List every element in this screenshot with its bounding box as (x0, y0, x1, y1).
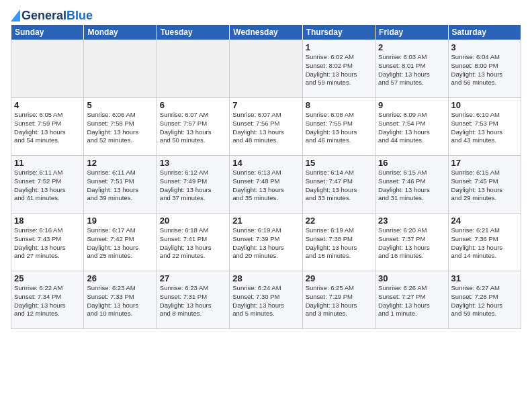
day-info: Sunrise: 6:07 AM Sunset: 7:57 PM Dayligh… (160, 111, 226, 145)
calendar-cell: 14Sunrise: 6:13 AM Sunset: 7:48 PM Dayli… (230, 156, 302, 214)
day-number: 24 (451, 216, 518, 226)
calendar-cell: 30Sunrise: 6:26 AM Sunset: 7:27 PM Dayli… (375, 271, 448, 329)
day-number: 19 (87, 216, 153, 226)
day-number: 21 (232, 216, 299, 226)
day-number: 10 (451, 100, 518, 110)
logo-text: GeneralBlue (21, 9, 93, 21)
weekday-sunday: Sunday (11, 25, 84, 40)
calendar-cell: 12Sunrise: 6:11 AM Sunset: 7:51 PM Dayli… (84, 156, 157, 214)
day-info: Sunrise: 6:10 AM Sunset: 7:53 PM Dayligh… (451, 111, 518, 145)
day-info: Sunrise: 6:12 AM Sunset: 7:49 PM Dayligh… (160, 169, 226, 203)
day-info: Sunrise: 6:04 AM Sunset: 8:00 PM Dayligh… (451, 53, 518, 87)
calendar-cell: 28Sunrise: 6:24 AM Sunset: 7:30 PM Dayli… (230, 271, 302, 329)
calendar-cell: 21Sunrise: 6:19 AM Sunset: 7:39 PM Dayli… (230, 214, 302, 271)
calendar-cell: 18Sunrise: 6:16 AM Sunset: 7:43 PM Dayli… (11, 214, 84, 271)
calendar-cell: 20Sunrise: 6:18 AM Sunset: 7:41 PM Dayli… (157, 214, 229, 271)
day-number: 3 (451, 42, 518, 52)
day-info: Sunrise: 6:24 AM Sunset: 7:30 PM Dayligh… (232, 284, 299, 318)
calendar-cell: 25Sunrise: 6:22 AM Sunset: 7:34 PM Dayli… (11, 271, 84, 329)
day-number: 17 (451, 158, 518, 168)
day-number: 11 (14, 158, 81, 168)
day-number: 4 (14, 100, 81, 110)
day-number: 12 (87, 158, 153, 168)
calendar-cell: 22Sunrise: 6:19 AM Sunset: 7:38 PM Dayli… (302, 214, 375, 271)
day-number: 5 (87, 100, 153, 110)
day-number: 31 (451, 273, 518, 283)
calendar-cell: 29Sunrise: 6:25 AM Sunset: 7:29 PM Dayli… (302, 271, 375, 329)
week-row-5: 25Sunrise: 6:22 AM Sunset: 7:34 PM Dayli… (11, 271, 521, 329)
day-info: Sunrise: 6:14 AM Sunset: 7:47 PM Dayligh… (306, 169, 372, 203)
day-info: Sunrise: 6:11 AM Sunset: 7:52 PM Dayligh… (14, 169, 81, 203)
day-number: 1 (306, 42, 372, 52)
calendar-cell: 10Sunrise: 6:10 AM Sunset: 7:53 PM Dayli… (448, 98, 521, 156)
weekday-tuesday: Tuesday (157, 25, 229, 40)
logo: GeneralBlue (11, 9, 93, 21)
calendar-cell: 16Sunrise: 6:15 AM Sunset: 7:46 PM Dayli… (375, 156, 448, 214)
week-row-3: 11Sunrise: 6:11 AM Sunset: 7:52 PM Dayli… (11, 156, 521, 214)
day-info: Sunrise: 6:19 AM Sunset: 7:39 PM Dayligh… (232, 226, 299, 261)
calendar-cell: 3Sunrise: 6:04 AM Sunset: 8:00 PM Daylig… (448, 40, 521, 98)
day-info: Sunrise: 6:07 AM Sunset: 7:56 PM Dayligh… (232, 111, 299, 145)
weekday-thursday: Thursday (302, 25, 375, 40)
day-info: Sunrise: 6:11 AM Sunset: 7:51 PM Dayligh… (87, 169, 153, 203)
calendar-cell: 17Sunrise: 6:15 AM Sunset: 7:45 PM Dayli… (448, 156, 521, 214)
day-info: Sunrise: 6:02 AM Sunset: 8:02 PM Dayligh… (306, 53, 372, 87)
day-info: Sunrise: 6:23 AM Sunset: 7:33 PM Dayligh… (87, 284, 153, 318)
day-info: Sunrise: 6:15 AM Sunset: 7:45 PM Dayligh… (451, 169, 518, 203)
day-number: 16 (378, 158, 445, 168)
calendar-cell: 13Sunrise: 6:12 AM Sunset: 7:49 PM Dayli… (157, 156, 229, 214)
day-info: Sunrise: 6:16 AM Sunset: 7:43 PM Dayligh… (14, 226, 81, 261)
day-number: 13 (160, 158, 226, 168)
day-number: 26 (87, 273, 153, 283)
calendar-cell (230, 40, 302, 98)
calendar-cell: 26Sunrise: 6:23 AM Sunset: 7:33 PM Dayli… (84, 271, 157, 329)
calendar-cell: 4Sunrise: 6:05 AM Sunset: 7:59 PM Daylig… (11, 98, 84, 156)
calendar-cell: 1Sunrise: 6:02 AM Sunset: 8:02 PM Daylig… (302, 40, 375, 98)
day-number: 2 (378, 42, 445, 52)
calendar-cell (11, 40, 84, 98)
logo-general: General (21, 9, 66, 22)
day-number: 27 (160, 273, 226, 283)
day-number: 15 (306, 158, 372, 168)
week-row-4: 18Sunrise: 6:16 AM Sunset: 7:43 PM Dayli… (11, 214, 521, 271)
calendar-cell: 7Sunrise: 6:07 AM Sunset: 7:56 PM Daylig… (230, 98, 302, 156)
week-row-2: 4Sunrise: 6:05 AM Sunset: 7:59 PM Daylig… (11, 98, 521, 156)
day-info: Sunrise: 6:15 AM Sunset: 7:46 PM Dayligh… (378, 169, 445, 203)
weekday-saturday: Saturday (448, 25, 521, 40)
day-number: 7 (232, 100, 299, 110)
logo-icon (11, 9, 20, 21)
day-number: 18 (14, 216, 81, 226)
day-info: Sunrise: 6:22 AM Sunset: 7:34 PM Dayligh… (14, 284, 81, 318)
calendar: SundayMondayTuesdayWednesdayThursdayFrid… (11, 24, 521, 329)
day-info: Sunrise: 6:03 AM Sunset: 8:01 PM Dayligh… (378, 53, 445, 87)
weekday-friday: Friday (375, 25, 448, 40)
day-number: 25 (14, 273, 81, 283)
logo-blue: Blue (66, 9, 93, 22)
calendar-cell: 15Sunrise: 6:14 AM Sunset: 7:47 PM Dayli… (302, 156, 375, 214)
day-number: 9 (378, 100, 445, 110)
day-info: Sunrise: 6:20 AM Sunset: 7:37 PM Dayligh… (378, 226, 445, 261)
day-info: Sunrise: 6:09 AM Sunset: 7:54 PM Dayligh… (378, 111, 445, 145)
day-number: 30 (378, 273, 445, 283)
calendar-cell: 27Sunrise: 6:23 AM Sunset: 7:31 PM Dayli… (157, 271, 229, 329)
day-info: Sunrise: 6:26 AM Sunset: 7:27 PM Dayligh… (378, 284, 445, 318)
day-info: Sunrise: 6:21 AM Sunset: 7:36 PM Dayligh… (451, 226, 518, 261)
day-info: Sunrise: 6:18 AM Sunset: 7:41 PM Dayligh… (160, 226, 226, 261)
calendar-cell: 24Sunrise: 6:21 AM Sunset: 7:36 PM Dayli… (448, 214, 521, 271)
calendar-cell: 19Sunrise: 6:17 AM Sunset: 7:42 PM Dayli… (84, 214, 157, 271)
calendar-cell: 8Sunrise: 6:08 AM Sunset: 7:55 PM Daylig… (302, 98, 375, 156)
week-row-1: 1Sunrise: 6:02 AM Sunset: 8:02 PM Daylig… (11, 40, 521, 98)
calendar-cell: 23Sunrise: 6:20 AM Sunset: 7:37 PM Dayli… (375, 214, 448, 271)
day-number: 29 (306, 273, 372, 283)
calendar-cell: 5Sunrise: 6:06 AM Sunset: 7:58 PM Daylig… (84, 98, 157, 156)
calendar-cell: 2Sunrise: 6:03 AM Sunset: 8:01 PM Daylig… (375, 40, 448, 98)
page: GeneralBlue SundayMondayTuesdayWednesday… (0, 0, 532, 336)
weekday-header-row: SundayMondayTuesdayWednesdayThursdayFrid… (11, 25, 521, 40)
calendar-cell: 9Sunrise: 6:09 AM Sunset: 7:54 PM Daylig… (375, 98, 448, 156)
day-info: Sunrise: 6:27 AM Sunset: 7:26 PM Dayligh… (451, 284, 518, 318)
day-info: Sunrise: 6:06 AM Sunset: 7:58 PM Dayligh… (87, 111, 153, 145)
day-info: Sunrise: 6:23 AM Sunset: 7:31 PM Dayligh… (160, 284, 226, 318)
day-number: 14 (232, 158, 299, 168)
header: GeneralBlue (11, 7, 521, 21)
day-info: Sunrise: 6:05 AM Sunset: 7:59 PM Dayligh… (14, 111, 81, 145)
